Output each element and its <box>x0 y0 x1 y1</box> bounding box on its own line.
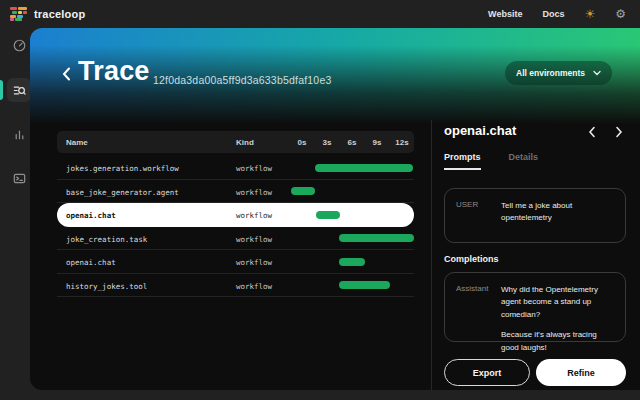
span-kind: workflow <box>236 258 272 267</box>
column-name: Name <box>66 138 88 147</box>
tab-details[interactable]: Details <box>509 152 539 170</box>
refine-button[interactable]: Refine <box>536 359 626 386</box>
tick-9s: 9s <box>373 138 382 147</box>
sidebar-item-analytics[interactable] <box>7 122 31 146</box>
chevron-right-icon <box>615 126 623 138</box>
prev-span-button[interactable] <box>585 125 599 139</box>
sidebar-item-console[interactable] <box>7 166 31 190</box>
completion-line: Why did the Opentelemetry agent become a… <box>501 284 615 321</box>
completion-line: Because it's always tracing good laughs! <box>501 329 615 354</box>
duration-bar <box>291 187 315 195</box>
span-kind: workflow <box>236 235 272 244</box>
span-kind: workflow <box>236 211 272 220</box>
sidebar-item-traces[interactable] <box>7 78 31 102</box>
tick-3s: 3s <box>323 138 332 147</box>
prompt-text: Tell me a joke about opentelemetry <box>501 200 615 232</box>
span-name: base_joke_generator.agent <box>66 188 179 197</box>
settings-gear-icon[interactable]: ⚙ <box>615 8 626 20</box>
trace-search-icon <box>12 83 27 98</box>
detail-span-title: openai.chat <box>444 123 516 138</box>
sidebar-active-indicator <box>0 80 3 100</box>
span-kind: workflow <box>236 282 272 291</box>
trace-id: 12f0da3da00a5ff9d3a633b5dfaf10e3 <box>153 74 331 86</box>
table-row-selected[interactable]: openai.chat workflow <box>57 203 414 227</box>
role-label: Assistant <box>456 284 501 331</box>
chevron-down-icon <box>593 70 601 76</box>
detail-actions: Export Refine <box>444 359 626 386</box>
table-row[interactable]: base_joke_generator.agent workflow <box>57 180 414 204</box>
docs-link[interactable]: Docs <box>542 9 564 19</box>
prompt-message-box: USER Tell me a joke about opentelemetry <box>444 188 626 243</box>
duration-bar <box>339 281 390 289</box>
website-link[interactable]: Website <box>488 9 522 19</box>
theme-sun-icon[interactable]: ☀ <box>584 8 595 20</box>
tick-6s: 6s <box>348 138 357 147</box>
span-kind: workflow <box>236 188 272 197</box>
table-row[interactable]: joke_creation.task workflow <box>57 227 414 251</box>
panel-divider <box>431 120 432 390</box>
sidebar-item-dashboard[interactable] <box>7 33 31 57</box>
tick-12s: 12s <box>395 138 408 147</box>
duration-bar <box>316 211 340 219</box>
console-icon <box>12 171 27 186</box>
environment-dropdown[interactable]: All environments <box>505 61 612 85</box>
span-name: openai.chat <box>66 211 116 220</box>
completions-heading: Completions <box>444 254 499 264</box>
chevron-left-icon <box>62 67 71 81</box>
table-row[interactable]: jokes.generation.workflow workflow <box>57 156 414 180</box>
role-label: USER <box>456 200 501 232</box>
tab-prompts[interactable]: Prompts <box>444 152 481 170</box>
sidebar <box>0 28 30 400</box>
bar-chart-icon <box>12 127 27 142</box>
main-panel: Trace 12f0da3da00a5ff9d3a633b5dfaf10e3 A… <box>30 28 640 390</box>
completion-message-box: Assistant Why did the Opentelemetry agen… <box>444 272 626 342</box>
span-name: joke_creation.task <box>66 235 147 244</box>
page-title: Trace <box>78 56 150 87</box>
column-kind: Kind <box>236 138 254 147</box>
brand-name: traceloop <box>34 8 85 20</box>
environment-dropdown-label: All environments <box>516 68 585 78</box>
span-kind: workflow <box>236 164 272 173</box>
export-button[interactable]: Export <box>444 359 530 386</box>
tick-0s: 0s <box>298 138 307 147</box>
duration-bar <box>315 164 413 172</box>
traceloop-logo-icon <box>10 7 27 21</box>
span-table: jokes.generation.workflow workflow base_… <box>57 156 414 297</box>
top-bar: traceloop Website Docs ☀ ⚙ <box>0 0 640 28</box>
next-span-button[interactable] <box>612 125 626 139</box>
gauge-icon <box>12 38 27 53</box>
brand[interactable]: traceloop <box>10 7 85 21</box>
table-row[interactable]: openai.chat workflow <box>57 250 414 274</box>
chevron-left-icon <box>588 126 596 138</box>
span-table-header: Name Kind 0s 3s 6s 9s 12s <box>57 131 414 153</box>
span-name: openai.chat <box>66 258 116 267</box>
duration-bar <box>339 258 365 266</box>
span-name: history_jokes.tool <box>66 282 147 291</box>
back-button[interactable] <box>58 66 74 82</box>
detail-tabs: Prompts Details <box>444 152 538 170</box>
table-row[interactable]: history_jokes.tool workflow <box>57 274 414 298</box>
span-name: jokes.generation.workflow <box>66 164 179 173</box>
duration-bar <box>339 234 414 242</box>
completion-text: Why did the Opentelemetry agent become a… <box>501 284 615 331</box>
